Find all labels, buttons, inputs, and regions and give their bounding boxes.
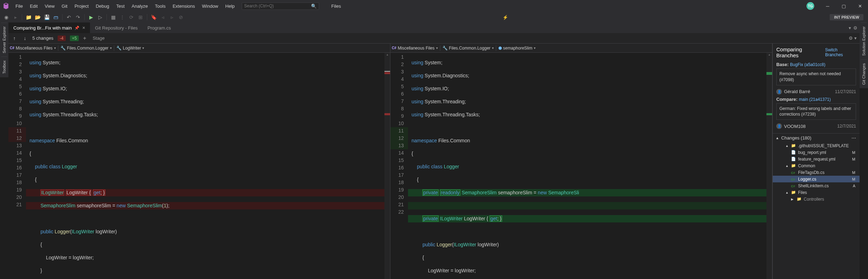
nav-fwd-icon[interactable]: ▸ <box>12 14 19 21</box>
chevron-icon[interactable]: ▲ <box>785 164 789 168</box>
toolbar-icon-d[interactable]: ⊞ <box>137 14 144 21</box>
git-changes-tab[interactable]: Git Changes <box>861 59 867 88</box>
bookmark-icon[interactable]: 🔖 <box>150 14 157 21</box>
user-avatar[interactable]: TG <box>807 2 814 10</box>
search-box[interactable]: 🔍 <box>242 2 319 10</box>
bookmark-next-icon[interactable]: ▹ <box>168 14 175 21</box>
diff-header: ↑ ↓ 5 changes -4 +5 + Stage ⚙ ▾ <box>8 33 860 44</box>
new-project-icon[interactable]: 📁 <box>25 14 32 21</box>
maximize-button[interactable]: ▢ <box>836 0 852 12</box>
right-editor: C#Miscellaneous Files▾ 🔧Files.Common.Log… <box>390 44 772 279</box>
changes-tree-header[interactable]: ▲ Changes (180) ⋯ <box>773 133 860 142</box>
diff-settings-icon[interactable]: ⚙ ▾ <box>849 35 857 41</box>
redo-icon[interactable]: ↷ <box>75 14 82 21</box>
menu-extensions[interactable]: Extensions <box>169 1 199 12</box>
lines-removed-badge: -4 <box>58 35 66 41</box>
document-tabs: Comparing Br...Fix with main 📌 × Git Rep… <box>8 22 860 33</box>
chevron-icon[interactable]: ▶ <box>791 197 795 201</box>
close-icon[interactable]: × <box>82 25 85 31</box>
bookmark-prev-icon[interactable]: ◃ <box>159 14 166 21</box>
csharp-file-icon: C# <box>791 177 796 181</box>
tree-row[interactable]: ▲📁.github\ISSUE_TEMPLATE <box>773 142 860 149</box>
more-options-icon[interactable]: ⋯ <box>851 135 857 141</box>
undo-icon[interactable]: ↶ <box>65 14 72 21</box>
tree-row[interactable]: C#FileTagsDb.csM <box>773 169 860 176</box>
tab-comparing[interactable]: Comparing Br...Fix with main 📌 × <box>8 22 90 33</box>
base-branch-link[interactable]: BugFix (a5a01cc8) <box>790 62 825 67</box>
chevron-icon[interactable]: ▲ <box>785 191 789 194</box>
tree-row[interactable]: ▶📁Controllers <box>773 196 860 202</box>
left-code-area[interactable]: 12345678910 1112 131415161718192021 usin… <box>8 53 390 279</box>
menu-test[interactable]: Test <box>113 1 128 12</box>
crumb-class-left[interactable]: 🔧Files.Common.Logger▾ <box>59 46 113 51</box>
crumb-project-left[interactable]: C#Miscellaneous Files▾ <box>8 46 57 51</box>
lines-added-badge: +5 <box>70 35 79 41</box>
tree-row[interactable]: C#ShellLinkItem.csA <box>773 182 860 189</box>
start-no-debug-icon[interactable]: ▷ <box>97 14 104 21</box>
solution-name: Files <box>331 4 341 9</box>
toolbar-icon-c[interactable]: ⟳ <box>128 14 135 21</box>
tab-programcs[interactable]: Program.cs <box>143 22 176 33</box>
tab-settings-icon[interactable]: ⚙ <box>853 25 857 31</box>
menu-window[interactable]: Window <box>199 1 222 12</box>
tab-dropdown-icon[interactable]: ▾ <box>849 25 851 31</box>
right-overview-ruler[interactable]: ▴ <box>766 53 772 279</box>
menu-help[interactable]: Help <box>222 1 238 12</box>
compare-branch-link[interactable]: main (21a41371) <box>799 97 831 102</box>
close-button[interactable]: ✕ <box>852 0 868 12</box>
left-overview-ruler[interactable]: ▴ <box>384 53 390 279</box>
csharp-file-icon: C# <box>791 184 796 188</box>
menu-edit[interactable]: Edit <box>26 1 41 12</box>
tree-item-label: Controllers <box>804 197 824 202</box>
folder-icon: 📁 <box>797 197 802 201</box>
toolbox-tab[interactable]: Toolbox <box>1 57 7 77</box>
pin-icon[interactable]: 📌 <box>75 26 79 30</box>
solution-explorer-tab[interactable]: Solution Explorer <box>861 22 867 59</box>
toolbar-icon-a[interactable]: ▦ <box>110 14 117 21</box>
author-avatar-icon: 👤 <box>776 123 782 129</box>
tab-git-repository[interactable]: Git Repository - Files <box>90 22 142 33</box>
server-explorer-tab[interactable]: Server Explorer <box>1 22 7 57</box>
menu-debug[interactable]: Debug <box>92 1 112 12</box>
toolbar-icon-b[interactable]: ⋮ <box>119 14 126 21</box>
right-gutter: 12345678910 111213 141516171819202122 <box>390 53 408 279</box>
changes-count-header: Changes (180) <box>781 135 811 141</box>
save-icon[interactable]: 💾 <box>43 14 50 21</box>
next-diff-icon[interactable]: ↓ <box>22 35 28 41</box>
menu-tools[interactable]: Tools <box>151 1 169 12</box>
tree-row[interactable]: ▲📁Files <box>773 189 860 196</box>
tree-item-label: Logger.cs <box>798 177 816 182</box>
start-debug-icon[interactable]: ▶ <box>88 14 95 21</box>
stage-button[interactable]: Stage <box>93 35 105 41</box>
crumb-member-right[interactable]: ⬢semaphoreSlim▾ <box>497 46 537 51</box>
crumb-project-right[interactable]: C#Miscellaneous Files▾ <box>390 46 439 51</box>
save-all-icon[interactable]: 🗃 <box>52 14 59 21</box>
live-preview-icon[interactable]: ⚡ <box>503 15 508 20</box>
nav-back-icon[interactable]: ◉ <box>3 14 10 21</box>
menu-file[interactable]: File <box>12 1 26 12</box>
prev-diff-icon[interactable]: ↑ <box>11 35 18 41</box>
switch-branches-link[interactable]: Switch Branches <box>825 47 856 57</box>
tree-row[interactable]: 📄bug_report.ymlM <box>773 149 860 156</box>
stage-plus-icon[interactable]: + <box>83 35 86 41</box>
right-code-area[interactable]: 12345678910 111213 141516171819202122 us… <box>390 53 772 279</box>
menu-view[interactable]: View <box>41 1 58 12</box>
tree-item-label: Files <box>798 190 807 195</box>
tree-row[interactable]: 📄feature_request.ymlM <box>773 156 860 162</box>
right-tool-tabs: Solution Explorer Git Changes <box>860 22 868 88</box>
chevron-down-icon: ▲ <box>776 136 779 140</box>
int-preview-badge[interactable]: INT PREVIEW <box>830 14 863 20</box>
minimize-button[interactable]: ─ <box>820 0 836 12</box>
search-input[interactable] <box>244 4 311 8</box>
tree-item-label: .github\ISSUE_TEMPLATE <box>798 143 849 148</box>
tree-row[interactable]: ▲📁Common <box>773 162 860 169</box>
tree-row[interactable]: C#Logger.csM <box>773 176 860 182</box>
menu-project[interactable]: Project <box>71 1 92 12</box>
menu-git[interactable]: Git <box>58 1 71 12</box>
open-file-icon[interactable]: 📂 <box>34 14 41 21</box>
menu-analyze[interactable]: Analyze <box>128 1 151 12</box>
crumb-member-left[interactable]: 🔧LogWriter▾ <box>115 46 146 51</box>
bookmark-clear-icon[interactable]: ⊘ <box>177 14 184 21</box>
chevron-icon[interactable]: ▲ <box>785 144 789 148</box>
crumb-class-right[interactable]: 🔧Files.Common.Logger▾ <box>441 46 495 51</box>
